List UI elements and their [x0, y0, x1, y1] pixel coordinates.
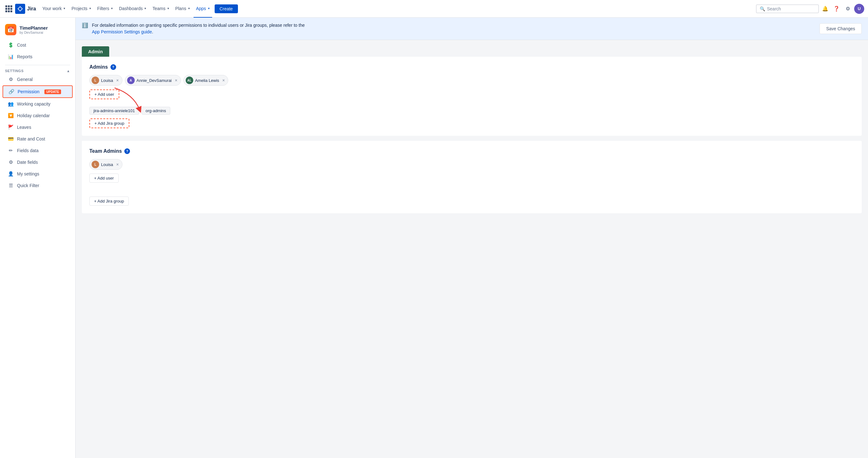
chevron-down-icon: ▾: [188, 7, 190, 10]
chevron-down-icon: ▾: [167, 7, 169, 10]
add-team-admin-user-button[interactable]: + Add user: [89, 174, 119, 183]
app-subtitle: by DevSamurai: [20, 31, 48, 34]
add-admin-jira-group-button[interactable]: + Add Jira group: [89, 118, 129, 128]
chevron-down-icon: ▾: [64, 7, 65, 10]
sidebar: 📅 TimePlanner by DevSamurai 💲 Cost 📊 Rep…: [0, 18, 75, 458]
sidebar-item-working-capacity[interactable]: 👥 Working capacity: [2, 98, 73, 110]
jira-logo[interactable]: Jira: [15, 4, 36, 14]
holiday-calendar-icon: 🔽: [7, 112, 14, 119]
sidebar-item-rate-cost[interactable]: 💳 Rate and Cost: [2, 133, 73, 145]
top-nav: Jira Your work ▾ Projects ▾ Filters ▾ Da…: [0, 0, 868, 18]
cost-icon: 💲: [7, 42, 14, 48]
avatar: L: [92, 77, 99, 84]
sidebar-item-leaves[interactable]: 🚩 Leaves: [2, 122, 73, 133]
sidebar-divider: [5, 65, 70, 65]
chevron-down-icon: ▾: [208, 7, 210, 10]
team-admin-user-louisa: L Louisa ×: [89, 159, 122, 170]
permission-settings-link[interactable]: App Permission Settings guide: [92, 29, 152, 34]
team-admins-help-icon[interactable]: ?: [124, 148, 130, 154]
update-badge: UPDATE: [44, 89, 61, 94]
working-capacity-icon: 👥: [7, 101, 14, 107]
admin-tab[interactable]: Admin: [82, 46, 109, 57]
avatar: AL: [186, 77, 193, 84]
avatar: A: [127, 77, 135, 84]
app-title: TimePlanner: [20, 25, 48, 31]
sidebar-header: 📅 TimePlanner by DevSamurai: [0, 18, 75, 39]
nav-plans[interactable]: Plans ▾: [173, 0, 192, 18]
info-banner-row: ℹ️ For detailed information on granting …: [75, 18, 868, 40]
help-button[interactable]: ❓: [832, 4, 842, 14]
remove-team-louisa-button[interactable]: ×: [116, 162, 119, 167]
nav-teams[interactable]: Teams ▾: [150, 0, 171, 18]
user-avatar[interactable]: U: [854, 4, 864, 14]
nav-dashboards[interactable]: Dashboards ▾: [117, 0, 149, 18]
settings-section-header[interactable]: Settings ▲: [0, 68, 75, 74]
search-icon: 🔍: [760, 6, 765, 11]
app-layout: 📅 TimePlanner by DevSamurai 💲 Cost 📊 Rep…: [0, 18, 868, 458]
team-admins-users-row: L Louisa ×: [89, 159, 854, 170]
rate-cost-icon: 💳: [7, 136, 14, 142]
search-placeholder: Search: [767, 6, 781, 11]
nav-apps[interactable]: Apps ▾: [193, 0, 212, 18]
sidebar-item-general[interactable]: ⚙ General: [2, 74, 73, 85]
nav-projects[interactable]: Projects ▾: [69, 0, 93, 18]
admins-section-card: Admins ? L Louisa × A Annie_DevSamurai ×: [82, 57, 862, 136]
admins-help-icon[interactable]: ?: [111, 64, 116, 70]
admins-groups-row: jira-admins-anniele101 org-admins: [89, 107, 854, 115]
quick-filter-icon: ☰: [7, 182, 14, 189]
chevron-up-icon: ▲: [67, 69, 70, 73]
sidebar-item-permission[interactable]: 🔗 Permission UPDATE: [2, 85, 73, 98]
search-bar[interactable]: 🔍 Search: [756, 4, 819, 13]
sidebar-item-my-settings[interactable]: 👤 My settings: [2, 168, 73, 179]
sidebar-item-reports[interactable]: 📊 Reports: [2, 51, 73, 62]
create-button[interactable]: Create: [215, 4, 238, 13]
grid-menu-button[interactable]: [4, 4, 14, 14]
app-logo: 📅: [5, 24, 17, 35]
remove-amelia-button[interactable]: ×: [222, 78, 225, 83]
grid-icon: [5, 5, 12, 12]
jira-logo-icon: [15, 4, 25, 14]
team-admins-section-card: Team Admins ? L Louisa × + Add user: [82, 141, 862, 213]
info-banner: ℹ️ For detailed information on granting …: [82, 22, 819, 35]
remove-annie-button[interactable]: ×: [175, 78, 178, 83]
admin-user-louisa: L Louisa ×: [89, 75, 122, 86]
admin-user-annie: A Annie_DevSamurai ×: [125, 75, 181, 86]
permission-icon: 🔗: [8, 88, 14, 95]
content-area: Admin Admins ? L Louisa × A Annie_D: [75, 40, 868, 225]
reports-icon: 📊: [7, 54, 14, 60]
fields-data-icon: ✏: [7, 147, 14, 154]
save-changes-button[interactable]: Save Changes: [819, 23, 862, 34]
avatar: L: [92, 161, 99, 168]
nav-filters[interactable]: Filters ▾: [95, 0, 115, 18]
admins-section-title: Admins ?: [89, 64, 854, 70]
admins-users-row: L Louisa × A Annie_DevSamurai × AL Ameli…: [89, 75, 854, 86]
chevron-down-icon: ▾: [145, 7, 146, 10]
main-content: ℹ️ For detailed information on granting …: [75, 18, 868, 458]
chevron-down-icon: ▾: [89, 7, 91, 10]
sidebar-app-info: TimePlanner by DevSamurai: [20, 25, 48, 34]
my-settings-icon: 👤: [7, 171, 14, 177]
settings-button[interactable]: ⚙: [843, 4, 853, 14]
annotation-arrow: [108, 88, 159, 119]
admin-user-amelia: AL Amelia Lewis ×: [184, 75, 228, 86]
team-admins-section-title: Team Admins ?: [89, 148, 854, 154]
remove-louisa-button[interactable]: ×: [116, 78, 119, 83]
sidebar-item-date-fields[interactable]: ⚙ Date fields: [2, 156, 73, 168]
leaves-icon: 🚩: [7, 124, 14, 131]
notifications-button[interactable]: 🔔: [820, 4, 830, 14]
chevron-down-icon: ▾: [111, 7, 113, 10]
jira-logo-text: Jira: [27, 6, 36, 12]
info-icon: ℹ️: [82, 22, 88, 28]
date-fields-icon: ⚙: [7, 159, 14, 165]
sidebar-item-fields-data[interactable]: ✏ Fields data: [2, 145, 73, 156]
sidebar-item-cost[interactable]: 💲 Cost: [2, 39, 73, 51]
info-text: For detailed information on granting spe…: [92, 22, 305, 35]
add-team-admin-jira-group-button[interactable]: + Add Jira group: [89, 197, 129, 206]
nav-your-work[interactable]: Your work ▾: [40, 0, 68, 18]
general-icon: ⚙: [7, 76, 14, 83]
sidebar-item-quick-filter[interactable]: ☰ Quick Filter: [2, 180, 73, 191]
sidebar-item-holiday-calendar[interactable]: 🔽 Holiday calendar: [2, 110, 73, 121]
